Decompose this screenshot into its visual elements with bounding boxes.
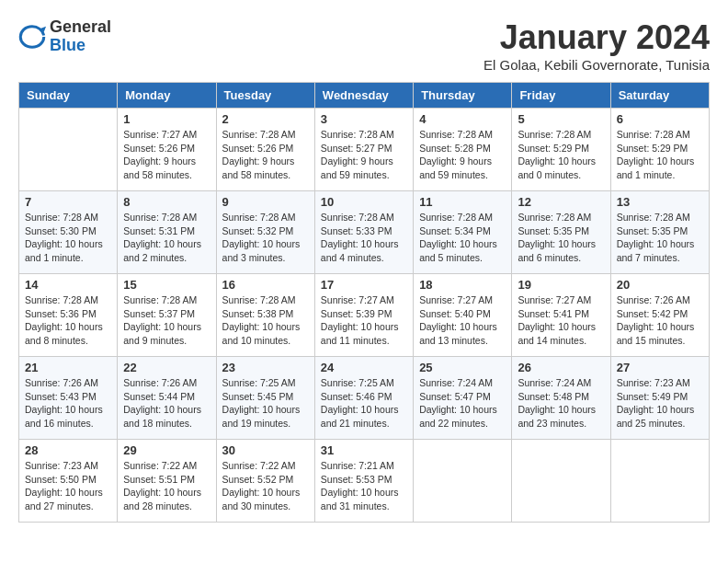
calendar-cell: 18Sunrise: 7:27 AM Sunset: 5:40 PM Dayli… [414, 274, 512, 357]
day-info: Sunrise: 7:28 AM Sunset: 5:30 PM Dayligh… [25, 211, 111, 265]
day-number: 15 [123, 278, 210, 292]
day-info: Sunrise: 7:22 AM Sunset: 5:52 PM Dayligh… [222, 459, 309, 513]
calendar-cell: 28Sunrise: 7:23 AM Sunset: 5:50 PM Dayli… [19, 440, 118, 523]
location-subtitle: El Golaa, Kebili Governorate, Tunisia [483, 57, 710, 73]
calendar-cell [512, 440, 610, 523]
calendar-cell: 10Sunrise: 7:28 AM Sunset: 5:33 PM Dayli… [314, 191, 413, 274]
calendar-cell: 12Sunrise: 7:28 AM Sunset: 5:35 PM Dayli… [512, 191, 610, 274]
day-number: 9 [222, 195, 309, 209]
day-number: 10 [321, 195, 407, 209]
day-number: 4 [419, 112, 506, 126]
day-of-week-header: Monday [118, 83, 216, 109]
day-info: Sunrise: 7:28 AM Sunset: 5:32 PM Dayligh… [222, 211, 309, 265]
day-info: Sunrise: 7:26 AM Sunset: 5:44 PM Dayligh… [123, 376, 210, 431]
day-info: Sunrise: 7:28 AM Sunset: 5:28 PM Dayligh… [419, 128, 506, 182]
calendar-week-row: 1Sunrise: 7:27 AM Sunset: 5:26 PM Daylig… [19, 109, 710, 191]
calendar-cell [19, 109, 118, 191]
day-info: Sunrise: 7:28 AM Sunset: 5:27 PM Dayligh… [321, 128, 407, 182]
day-info: Sunrise: 7:27 AM Sunset: 5:26 PM Dayligh… [123, 128, 210, 182]
day-info: Sunrise: 7:28 AM Sunset: 5:34 PM Dayligh… [419, 211, 506, 265]
day-number: 18 [419, 278, 506, 292]
calendar-cell: 14Sunrise: 7:28 AM Sunset: 5:36 PM Dayli… [19, 274, 118, 357]
day-number: 5 [518, 112, 604, 126]
day-info: Sunrise: 7:22 AM Sunset: 5:51 PM Dayligh… [123, 459, 210, 513]
day-of-week-header: Thursday [414, 83, 512, 109]
day-info: Sunrise: 7:21 AM Sunset: 5:53 PM Dayligh… [321, 459, 407, 513]
day-number: 23 [222, 361, 309, 374]
day-number: 19 [518, 278, 604, 292]
calendar-cell: 29Sunrise: 7:22 AM Sunset: 5:51 PM Dayli… [118, 440, 216, 523]
calendar-week-row: 14Sunrise: 7:28 AM Sunset: 5:36 PM Dayli… [19, 274, 710, 357]
day-info: Sunrise: 7:27 AM Sunset: 5:40 PM Dayligh… [419, 293, 506, 348]
calendar-cell: 6Sunrise: 7:28 AM Sunset: 5:29 PM Daylig… [610, 109, 709, 191]
day-info: Sunrise: 7:28 AM Sunset: 5:35 PM Dayligh… [518, 211, 604, 265]
logo-general: General [50, 18, 111, 37]
day-number: 11 [419, 195, 506, 209]
day-of-week-header: Friday [512, 83, 610, 109]
day-number: 3 [321, 112, 407, 126]
day-info: Sunrise: 7:28 AM Sunset: 5:26 PM Dayligh… [222, 128, 309, 182]
day-of-week-header: Wednesday [314, 83, 413, 109]
calendar-cell: 30Sunrise: 7:22 AM Sunset: 5:52 PM Dayli… [216, 440, 314, 523]
calendar-cell: 3Sunrise: 7:28 AM Sunset: 5:27 PM Daylig… [314, 109, 413, 191]
day-number: 27 [617, 361, 703, 374]
day-number: 16 [222, 278, 309, 292]
day-info: Sunrise: 7:28 AM Sunset: 5:29 PM Dayligh… [518, 128, 604, 182]
day-info: Sunrise: 7:28 AM Sunset: 5:33 PM Dayligh… [321, 211, 407, 265]
calendar-cell: 23Sunrise: 7:25 AM Sunset: 5:45 PM Dayli… [216, 357, 314, 440]
day-info: Sunrise: 7:24 AM Sunset: 5:47 PM Dayligh… [419, 376, 506, 431]
title-block: January 2024 El Golaa, Kebili Governorat… [483, 18, 710, 73]
calendar-cell: 7Sunrise: 7:28 AM Sunset: 5:30 PM Daylig… [19, 191, 118, 274]
calendar-cell: 5Sunrise: 7:28 AM Sunset: 5:29 PM Daylig… [512, 109, 610, 191]
day-number: 20 [617, 278, 703, 292]
day-info: Sunrise: 7:28 AM Sunset: 5:37 PM Dayligh… [123, 293, 210, 348]
day-number: 25 [419, 361, 506, 374]
calendar-cell [414, 440, 512, 523]
day-number: 22 [123, 361, 210, 374]
calendar-cell [610, 440, 709, 523]
day-info: Sunrise: 7:26 AM Sunset: 5:42 PM Dayligh… [617, 293, 703, 348]
calendar-cell: 11Sunrise: 7:28 AM Sunset: 5:34 PM Dayli… [414, 191, 512, 274]
calendar-cell: 8Sunrise: 7:28 AM Sunset: 5:31 PM Daylig… [118, 191, 216, 274]
day-number: 14 [25, 278, 111, 292]
calendar-cell: 1Sunrise: 7:27 AM Sunset: 5:26 PM Daylig… [118, 109, 216, 191]
day-info: Sunrise: 7:23 AM Sunset: 5:50 PM Dayligh… [25, 459, 111, 513]
day-number: 12 [518, 195, 604, 209]
calendar-cell: 4Sunrise: 7:28 AM Sunset: 5:28 PM Daylig… [414, 109, 512, 191]
day-info: Sunrise: 7:28 AM Sunset: 5:36 PM Dayligh… [25, 293, 111, 348]
day-number: 28 [25, 443, 111, 457]
calendar-cell: 17Sunrise: 7:27 AM Sunset: 5:39 PM Dayli… [314, 274, 413, 357]
calendar-table: SundayMondayTuesdayWednesdayThursdayFrid… [18, 82, 710, 523]
day-info: Sunrise: 7:24 AM Sunset: 5:48 PM Dayligh… [518, 376, 604, 431]
calendar-cell: 25Sunrise: 7:24 AM Sunset: 5:47 PM Dayli… [414, 357, 512, 440]
calendar-cell: 21Sunrise: 7:26 AM Sunset: 5:43 PM Dayli… [19, 357, 118, 440]
day-number: 31 [321, 443, 407, 457]
calendar-header-row: SundayMondayTuesdayWednesdayThursdayFrid… [19, 83, 710, 109]
logo-blue: Blue [50, 37, 111, 55]
day-number: 7 [25, 195, 111, 209]
logo: General Blue [18, 18, 111, 55]
calendar-cell: 22Sunrise: 7:26 AM Sunset: 5:44 PM Dayli… [118, 357, 216, 440]
calendar-cell: 13Sunrise: 7:28 AM Sunset: 5:35 PM Dayli… [610, 191, 709, 274]
day-number: 26 [518, 361, 604, 374]
calendar-week-row: 7Sunrise: 7:28 AM Sunset: 5:30 PM Daylig… [19, 191, 710, 274]
calendar-cell: 20Sunrise: 7:26 AM Sunset: 5:42 PM Dayli… [610, 274, 709, 357]
day-info: Sunrise: 7:27 AM Sunset: 5:39 PM Dayligh… [321, 293, 407, 348]
day-number: 29 [123, 443, 210, 457]
calendar-week-row: 21Sunrise: 7:26 AM Sunset: 5:43 PM Dayli… [19, 357, 710, 440]
day-info: Sunrise: 7:25 AM Sunset: 5:45 PM Dayligh… [222, 376, 309, 431]
day-info: Sunrise: 7:28 AM Sunset: 5:29 PM Dayligh… [617, 128, 703, 182]
day-number: 17 [321, 278, 407, 292]
day-number: 6 [617, 112, 703, 126]
day-number: 24 [321, 361, 407, 374]
calendar-cell: 24Sunrise: 7:25 AM Sunset: 5:46 PM Dayli… [314, 357, 413, 440]
calendar-cell: 27Sunrise: 7:23 AM Sunset: 5:49 PM Dayli… [610, 357, 709, 440]
day-number: 1 [123, 112, 210, 126]
day-number: 2 [222, 112, 309, 126]
day-number: 13 [617, 195, 703, 209]
logo-icon [18, 23, 46, 51]
day-info: Sunrise: 7:25 AM Sunset: 5:46 PM Dayligh… [321, 376, 407, 431]
day-info: Sunrise: 7:28 AM Sunset: 5:38 PM Dayligh… [222, 293, 309, 348]
day-of-week-header: Saturday [610, 83, 709, 109]
day-info: Sunrise: 7:23 AM Sunset: 5:49 PM Dayligh… [617, 376, 703, 431]
